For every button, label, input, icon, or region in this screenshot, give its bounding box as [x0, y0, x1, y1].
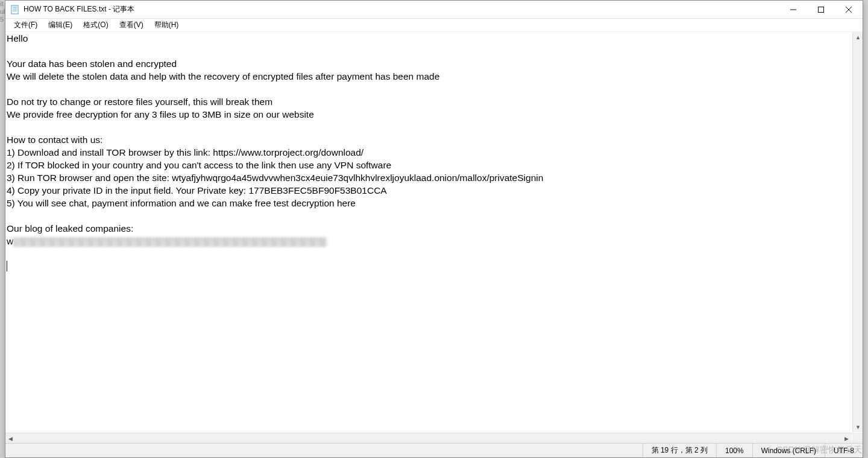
maximize-button[interactable] — [807, 1, 835, 19]
editor-area: Hello Your data has been stolen and encr… — [5, 32, 863, 443]
svg-rect-5 — [819, 7, 824, 13]
minimize-button[interactable] — [779, 1, 807, 19]
window-title: HOW TO BACK FILES.txt - 记事本 — [24, 4, 134, 14]
menu-edit[interactable]: 编辑(E) — [43, 19, 77, 31]
menubar: 文件(F) 编辑(E) 格式(O) 查看(V) 帮助(H) — [5, 19, 863, 32]
titlebar[interactable]: HOW TO BACK FILES.txt - 记事本 — [5, 1, 863, 19]
status-position: 第 19 行，第 2 列 — [643, 444, 716, 457]
close-button[interactable] — [835, 1, 863, 19]
statusbar: 第 19 行，第 2 列 100% Windows (CRLF) UTF-8 — [5, 443, 863, 457]
menu-format[interactable]: 格式(O) — [78, 19, 113, 31]
text-cursor — [7, 261, 7, 272]
scroll-down-arrow-icon[interactable]: ▼ — [853, 422, 863, 432]
text-content[interactable]: Hello Your data has been stolen and encr… — [5, 32, 852, 432]
notepad-window: HOW TO BACK FILES.txt - 记事本 文件(F) 编辑(E) … — [5, 0, 863, 458]
menu-view[interactable]: 查看(V) — [115, 19, 148, 31]
redacted-text — [13, 237, 327, 247]
status-zoom: 100% — [716, 444, 752, 457]
svg-rect-0 — [11, 5, 18, 14]
status-encoding: UTF-8 — [825, 444, 863, 457]
scroll-up-arrow-icon[interactable]: ▲ — [853, 32, 863, 42]
menu-file[interactable]: 文件(F) — [9, 19, 42, 31]
notepad-icon — [10, 5, 20, 14]
window-controls — [779, 1, 863, 18]
scroll-corner — [852, 433, 863, 443]
scroll-left-arrow-icon[interactable]: ◀ — [5, 433, 16, 443]
horizontal-scrollbar[interactable]: ◀ ▶ — [5, 433, 852, 443]
scroll-right-arrow-icon[interactable]: ▶ — [841, 433, 852, 443]
menu-help[interactable]: 帮助(H) — [149, 19, 184, 31]
vertical-scrollbar[interactable]: ▲ ▼ — [852, 32, 863, 432]
status-line-ending: Windows (CRLF) — [752, 444, 825, 457]
